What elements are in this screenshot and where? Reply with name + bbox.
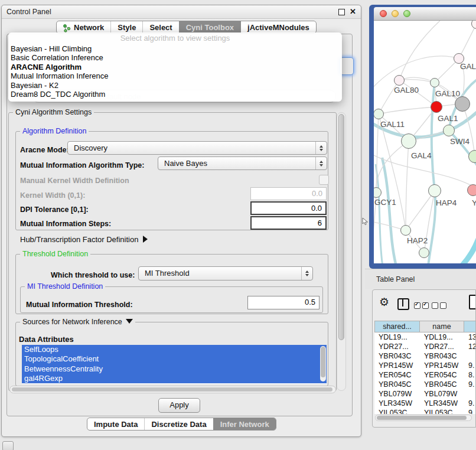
- aracne-mode-label: Aracne Mode:: [20, 146, 69, 154]
- table-row[interactable]: YDR27...YDR27...12: [374, 342, 476, 351]
- algorithm-option[interactable]: Bayesian - Hill Climbing: [8, 44, 342, 53]
- network-node[interactable]: [443, 125, 455, 136]
- table-cell: [464, 351, 476, 361]
- node-label: GCY1: [374, 198, 396, 207]
- mouse-cursor: [362, 217, 369, 226]
- table-cell: YPR145W: [420, 361, 464, 370]
- tab-style[interactable]: Style: [110, 21, 142, 33]
- zoom-traffic-light-icon[interactable]: [403, 10, 410, 17]
- table-cell: YPR145W: [374, 361, 420, 370]
- data-attributes-list[interactable]: SelfLoopsTopologicalCoefficientBetweenne…: [22, 345, 327, 384]
- table-cell: 9.: [464, 361, 476, 370]
- which-threshold-select[interactable]: MI Threshold: [138, 266, 313, 281]
- spinner-arrows-icon: [315, 157, 327, 169]
- tab-network[interactable]: Network: [57, 21, 110, 33]
- close-traffic-light-icon[interactable]: [380, 10, 387, 17]
- algorithm-option[interactable]: ARACNE Algorithm: [8, 63, 342, 71]
- network-canvas[interactable]: GALGAL80GAL10GAL1GAL11SWI4GAL4GCY1HAP4YH…: [374, 21, 476, 263]
- network-node[interactable]: [467, 184, 476, 196]
- aracne-mode-select[interactable]: Discovery: [67, 141, 327, 155]
- algorithm-option[interactable]: Dream8 DC_TDC Algorithm: [8, 90, 342, 99]
- settings-horizontal-scrollbar[interactable]: [9, 386, 336, 393]
- network-edge: [379, 107, 436, 114]
- attribute-item[interactable]: TopologicalCoefficient: [22, 354, 327, 364]
- manual-kernel-width-checkbox[interactable]: [319, 175, 329, 185]
- new-table-icon[interactable]: [469, 295, 476, 309]
- algorithm-option[interactable]: Mutual Information Inference: [8, 71, 342, 80]
- column-header[interactable]: shared...: [374, 321, 420, 332]
- table-cell: YER054C: [374, 370, 420, 380]
- network-node[interactable]: [394, 75, 405, 86]
- mi-steps-label: Mutual Information Steps:: [20, 220, 111, 228]
- show-selected-columns-icon[interactable]: [414, 301, 431, 311]
- table-cell: YBR045C: [374, 380, 420, 389]
- network-node[interactable]: [431, 101, 442, 113]
- attribute-item[interactable]: SelfLoops: [22, 345, 327, 354]
- spinner-arrows-icon: [315, 142, 327, 154]
- node-label: Y: [472, 198, 476, 207]
- table-row[interactable]: YPR145WYPR145W9.: [374, 361, 476, 370]
- dpi-tolerance-input[interactable]: 0.0: [250, 201, 327, 215]
- network-node[interactable]: [400, 225, 411, 236]
- table-cell: 8.: [464, 370, 476, 380]
- cyni-algorithm-settings-title: Cyni Algorithm Settings: [13, 108, 94, 116]
- algorithm-definition-title: Algorithm Definition: [20, 127, 89, 135]
- mi-threshold-input[interactable]: 0.5: [247, 296, 319, 309]
- tab-impute-data[interactable]: Impute Data: [87, 418, 144, 430]
- table-cell: YLR345W: [374, 399, 420, 408]
- network-node[interactable]: [455, 96, 470, 112]
- kernel-width-input[interactable]: 0.0: [250, 187, 327, 200]
- split-columns-icon[interactable]: [397, 298, 409, 310]
- apply-button[interactable]: Apply: [158, 398, 200, 413]
- float-window-icon[interactable]: [338, 9, 345, 15]
- table-panel: ⚙ shared...name YDL19...YDL19...13YDR27.…: [372, 289, 476, 428]
- spinner-arrows-icon: [301, 267, 312, 280]
- algorithm-option[interactable]: Bayesian - K2: [8, 81, 342, 90]
- tab-cyni-toolbox[interactable]: Cyni Toolbox: [179, 21, 240, 33]
- table-row[interactable]: YDL19...YDL19...13: [374, 332, 476, 342]
- hub-definition-toggle[interactable]: Hub/Transcription Factor Definition: [20, 235, 148, 244]
- table-cell: YBR043C: [374, 351, 420, 361]
- mi-algorithm-type-label: Mutual Information Algorithm Type:: [20, 161, 144, 169]
- control-panel-titlebar: Control Panel ✕: [2, 5, 361, 19]
- bottom-tabstrip: Impute Data Discretize Data Infer Networ…: [87, 418, 276, 431]
- node-label: GAL1: [438, 114, 458, 123]
- network-node[interactable]: [401, 133, 416, 149]
- attributes-vertical-scrollbar[interactable]: [320, 346, 326, 381]
- tab-jactivemnodules[interactable]: jActiveMNodules: [240, 21, 316, 33]
- attribute-item[interactable]: BetweennessCentrality: [22, 364, 327, 374]
- table-row[interactable]: YER054CYER054C8.: [374, 370, 476, 380]
- mi-algorithm-type-select[interactable]: Naive Bayes: [158, 156, 327, 170]
- table-horizontal-scrollbar[interactable]: [375, 415, 472, 421]
- minimize-traffic-light-icon[interactable]: [392, 10, 399, 17]
- table-row[interactable]: YIL053CYIL053C9.: [374, 408, 476, 414]
- gear-icon[interactable]: ⚙: [379, 295, 389, 309]
- table-cell: 9.: [464, 399, 476, 408]
- node-label: GAL: [460, 62, 476, 71]
- tab-discretize-data[interactable]: Discretize Data: [144, 418, 213, 430]
- collapsed-panel-button[interactable]: [2, 441, 14, 450]
- table-row[interactable]: YBR045CYBR045C9.: [374, 380, 476, 389]
- column-header[interactable]: [464, 321, 476, 332]
- network-window-titlebar[interactable]: [374, 7, 476, 21]
- table-row[interactable]: YBR043CYBR043C: [374, 351, 476, 361]
- dpi-tolerance-label: DPI Tolerance [0,1]:: [20, 206, 89, 214]
- tab-infer-network[interactable]: Infer Network: [213, 418, 276, 430]
- column-header[interactable]: name: [420, 321, 464, 332]
- table-cell: 12: [464, 342, 476, 351]
- tab-select[interactable]: Select: [142, 21, 178, 33]
- table-row[interactable]: YLR345WYLR345W9.: [374, 399, 476, 408]
- table-cell: YLR345W: [420, 399, 464, 408]
- attribute-item[interactable]: gal4RGexp: [22, 374, 327, 383]
- network-node[interactable]: [419, 247, 429, 258]
- table-row[interactable]: YBL079WYBL079W: [374, 389, 476, 399]
- sources-group-title[interactable]: Sources for Network Inference: [20, 318, 135, 326]
- hide-columns-icon[interactable]: [432, 301, 448, 311]
- mi-steps-input[interactable]: 6: [250, 216, 327, 230]
- network-node[interactable]: [428, 184, 441, 197]
- algorithm-option[interactable]: Basic Correlation Inference: [8, 53, 342, 62]
- close-icon[interactable]: ✕: [350, 7, 356, 16]
- settings-vertical-scrollbar[interactable]: [337, 112, 346, 391]
- network-node[interactable]: [430, 78, 439, 87]
- node-label: GAL80: [394, 86, 419, 94]
